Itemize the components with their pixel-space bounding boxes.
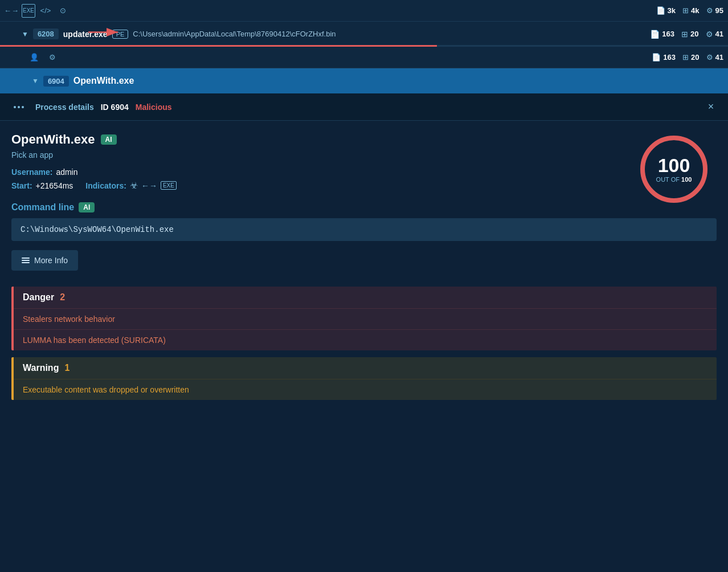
top-stats-row: 📄 3k ⊞ 4k ⚙ 95 [656,6,723,15]
updater-stats-row: 📄 163 ⊞ 20 ⚙ 41 [652,53,723,62]
arrow-icon[interactable]: ←→ [5,4,18,18]
command-line-label-row: Command line AI [11,202,717,213]
updater-icon-row-stat2: ⊞ 20 [682,53,699,62]
updater-icon-row: 👤 ⚙ 📄 163 ⊞ 20 ⚙ 41 [0,47,728,68]
start-value: +21654ms [36,181,73,190]
process-title: OpenWith.exe [11,132,95,147]
target-icon[interactable]: ⊙ [56,4,69,18]
exe-indicator-icon: EXE [161,181,177,190]
indicators-label: Indicators: [85,181,126,190]
score-text: 100 OUT OF 100 [656,156,692,183]
username-row: Username: admin [11,167,717,177]
command-line-ai-badge: AI [79,202,95,213]
updater-icon-row-stat3-val: 41 [715,53,723,62]
score-outof-label: OUT OF [656,176,680,183]
command-line-label: Command line [11,202,74,213]
score-circle: 100 OUT OF 100 [637,132,711,206]
score-outof-value: 100 [681,176,692,183]
danger-section: Danger 2 Stealers network behavior LUMMA… [11,287,717,350]
start-indicators-row: Start: +21654ms Indicators: ☣ ←→ EXE [11,180,717,191]
red-arrow-indicator [88,24,122,44]
updater-icon-row-stat3: ⚙ 41 [706,53,723,62]
stat-gear-top-value: 95 [715,6,723,15]
openwith-dropdown-arrow[interactable]: ▼ [32,77,39,85]
lines-icon [22,258,30,263]
updater-settings-icon[interactable]: ⚙ [46,51,59,64]
stat-grid-top: ⊞ 4k [682,6,699,15]
warning-header: Warning 1 [14,357,717,379]
top-icon-group: ←→ EXE </> ⊙ [5,4,69,18]
gear-icon-top: ⚙ [706,6,713,15]
process-details-content: 100 OUT OF 100 OpenWith.exe AI Pick an a… [0,121,728,418]
header-status: Malicious [136,103,172,112]
command-line-box: C:\Windows\SysWOW64\OpenWith.exe [11,218,717,241]
file-icon-updater: 📄 [650,30,660,39]
file-icon-u2: 📄 [652,53,661,62]
updater-icon-row-stat1: 📄 163 [652,53,676,62]
danger-item-1[interactable]: Stealers network behavior [14,308,717,329]
updater-user-icon[interactable]: 👤 [27,51,41,64]
header-title: Process details [35,103,94,112]
score-number: 100 [656,156,692,175]
updater-stat-grid: ⊞ 20 [681,30,698,39]
warning-item-1[interactable]: Executable content was dropped or overwr… [14,379,717,400]
warning-count: 1 [64,363,69,373]
openwith-pid: 6904 [43,76,69,87]
top-icon-bar: ←→ EXE </> ⊙ 📄 3k ⊞ 4k ⚙ 95 [0,0,728,22]
username-label: Username: [11,167,52,177]
dot3 [22,106,24,108]
danger-count: 2 [60,292,65,303]
score-outof: OUT OF 100 [656,176,692,183]
header-id: ID 6904 [101,103,129,112]
line2 [22,260,30,261]
exe-icon[interactable]: EXE [22,4,35,18]
process-title-row: OpenWith.exe AI [11,132,717,147]
ai-badge-title: AI [101,134,117,145]
biohazard-icon: ☣ [130,180,138,191]
code-icon[interactable]: </> [39,4,52,18]
stat-file-top: 📄 3k [656,6,676,15]
updater-pid: 6208 [33,28,59,39]
stat-grid-top-value: 4k [691,6,699,15]
stat-gear-top: ⚙ 95 [706,6,723,15]
danger-title: Danger [23,292,54,303]
warning-section: Warning 1 Executable content was dropped… [11,357,717,400]
openwith-process-row[interactable]: ▼ 6904 OpenWith.exe [0,68,728,93]
line1 [22,258,30,259]
updater-stat-gear-val: 41 [715,30,723,38]
updater-icon-row-stat2-val: 20 [691,53,699,62]
danger-header: Danger 2 [14,287,717,308]
close-button[interactable]: × [703,99,719,115]
more-info-button[interactable]: More Info [11,250,78,271]
grid-icon-u2: ⊞ [682,53,689,62]
grid-icon-top: ⊞ [682,6,689,15]
updater-stat-file: 📄 163 [650,30,674,39]
line3 [22,262,30,263]
start-label: Start: [11,181,32,190]
more-info-label: More Info [34,256,68,265]
dot1 [14,106,16,108]
updater-stat-grid-val: 20 [690,30,698,38]
updater-stat-file-val: 163 [662,30,674,38]
dot2 [18,106,20,108]
updater-row-wrapper: ▼ 6208 updater.exe PE C:\Users\admin\App… [0,22,728,47]
updater-stat-gear: ⚙ 41 [706,30,723,39]
gear-icon-updater: ⚙ [706,30,713,39]
gear-icon-u2: ⚙ [706,53,713,62]
arrow-indicator-icon: ←→ [141,181,157,190]
process-subtitle: Pick an app [11,150,717,160]
dots-menu[interactable] [9,104,28,111]
updater-path: C:\Users\admin\AppData\Local\Temp\876904… [133,30,645,38]
updater-stats: 📄 163 ⊞ 20 ⚙ 41 [650,30,723,39]
username-value: admin [56,167,77,177]
updater-dropdown-arrow[interactable]: ▼ [22,30,28,38]
stat-file-top-value: 3k [668,6,676,15]
grid-icon-updater: ⊞ [681,30,688,39]
openwith-name: OpenWith.exe [73,76,134,86]
danger-item-2[interactable]: LUMMA has been detected (SURICATA) [14,329,717,350]
file-icon-top: 📄 [656,6,665,15]
updater-icon-row-stat1-val: 163 [663,53,676,62]
process-details-header: Process details ID 6904 Malicious × [0,93,728,121]
warning-title: Warning [23,363,59,373]
